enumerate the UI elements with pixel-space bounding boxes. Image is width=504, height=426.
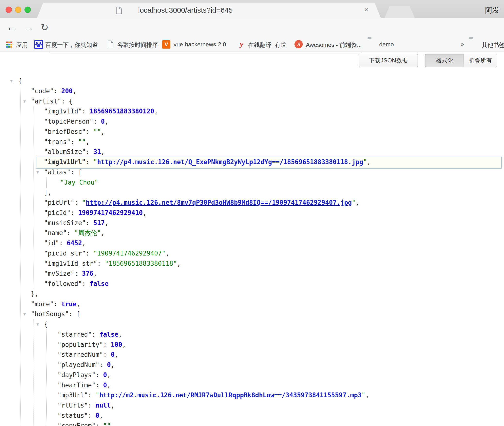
collapse-all-button[interactable]: 折叠所有 xyxy=(464,54,497,67)
json-token: "18569651883380118" xyxy=(105,260,177,267)
json-token: : xyxy=(82,108,90,115)
bookmark-google-sort[interactable]: 谷歌按时间排序 xyxy=(117,41,158,49)
new-tab-button[interactable] xyxy=(384,6,415,18)
window-close-button[interactable] xyxy=(6,7,12,13)
collapse-toggle-icon[interactable]: ▼ xyxy=(36,319,39,330)
download-json-button[interactable]: 下载JSON数据 xyxy=(359,54,418,67)
awesomes-icon[interactable]: A xyxy=(294,40,303,48)
json-line: ▼{ xyxy=(0,319,504,330)
json-token: "name" xyxy=(44,229,67,237)
json-token: 200 xyxy=(61,87,73,95)
json-line: "id": 6452, xyxy=(0,238,504,248)
window-minimize-button[interactable] xyxy=(15,7,21,13)
json-token: "id" xyxy=(44,239,59,247)
collapse-toggle-icon[interactable]: ▼ xyxy=(36,167,39,178)
json-token: "musicSize" xyxy=(44,219,86,227)
json-url-link[interactable]: http://m2.music.126.net/RMJR7wDullRqppBk… xyxy=(99,392,361,399)
json-token: 100 xyxy=(111,341,122,348)
json-token: [ xyxy=(76,310,80,318)
json-token: , xyxy=(122,341,126,348)
json-token: [ xyxy=(78,169,82,176)
tab-close-icon[interactable]: × xyxy=(364,5,369,14)
json-token: "" xyxy=(93,128,101,135)
json-token: : xyxy=(86,250,93,257)
youdao-icon[interactable]: y xyxy=(240,40,243,49)
json-line: "name": "周杰伦", xyxy=(0,228,504,238)
reload-button[interactable]: ↻ xyxy=(41,18,49,38)
bookmark-document-icon[interactable] xyxy=(108,40,113,49)
json-token: , xyxy=(105,219,109,227)
bookmark-youdao-translate[interactable]: 在线翻译_有道 xyxy=(248,41,286,49)
json-token: : xyxy=(61,98,69,105)
json-line: "mvSize": 376, xyxy=(0,269,504,279)
json-token: "followed" xyxy=(44,280,82,287)
json-line: "dayPlays": 0, xyxy=(0,370,504,380)
json-token: , xyxy=(107,382,111,389)
json-line: "picUrl": "http://p4.music.126.net/8mv7q… xyxy=(0,198,504,208)
json-token: "picId_str" xyxy=(44,250,86,257)
json-token: "albumSize" xyxy=(44,148,86,155)
json-token: : xyxy=(71,209,78,216)
json-line: "topicPerson": 0, xyxy=(0,117,504,127)
json-token: , xyxy=(356,199,360,206)
json-line-highlighted: "img1v1Url": "http://p4.music.126.net/Q_… xyxy=(0,157,504,167)
collapse-toggle-icon[interactable]: ▼ xyxy=(23,96,26,107)
apps-grid-icon[interactable] xyxy=(6,42,12,48)
json-token: : xyxy=(67,229,74,237)
json-token: : xyxy=(93,118,101,125)
json-token: : xyxy=(71,138,78,145)
json-token: "img1v1Id_str" xyxy=(44,260,97,267)
json-token: "more" xyxy=(31,300,54,308)
json-line: "trans": "", xyxy=(0,137,504,147)
json-token: : xyxy=(86,158,93,166)
json-token: 19097417462929410 xyxy=(78,209,143,216)
json-token: "picUrl" xyxy=(44,199,74,206)
json-line: "picId": 19097417462929410, xyxy=(0,208,504,218)
window-zoom-button[interactable] xyxy=(25,7,31,13)
json-url-link[interactable]: http://p4.music.126.net/8mv7qP30Pd3oHW8b… xyxy=(86,199,352,206)
json-token: 0 xyxy=(103,382,107,389)
bookmark-folder-demo[interactable]: demo xyxy=(379,41,394,48)
bookmark-baidu[interactable]: 百度一下，你就知道 xyxy=(45,41,98,49)
json-token: 18569651883380120 xyxy=(90,108,154,115)
json-line: "starredNum": 0, xyxy=(0,350,504,360)
json-token: , xyxy=(118,331,122,338)
json-token: }, xyxy=(31,290,38,298)
format-button[interactable]: 格式化 xyxy=(425,54,464,67)
tab-title: localhost:3000/artists?id=645 xyxy=(138,6,233,14)
json-token: : xyxy=(59,239,67,247)
json-token: , xyxy=(367,158,371,166)
json-line: ▼{ xyxy=(0,76,504,86)
other-bookmarks[interactable]: 其他书签 xyxy=(482,41,504,49)
json-token: { xyxy=(18,77,22,85)
collapse-toggle-icon[interactable]: ▼ xyxy=(10,76,13,86)
json-token: , xyxy=(82,239,86,247)
vue-hackernews-icon[interactable]: V xyxy=(162,40,170,49)
profile-name[interactable]: 阿发 xyxy=(485,5,500,15)
json-line: }, xyxy=(0,289,504,299)
bookmark-apps[interactable]: 应用 xyxy=(16,41,28,49)
json-token: , xyxy=(107,371,111,379)
collapse-toggle-icon[interactable]: ▼ xyxy=(23,309,26,319)
json-token: , xyxy=(365,392,369,399)
json-token: , xyxy=(111,402,115,409)
back-button[interactable]: ← xyxy=(6,18,17,38)
json-token: 0 xyxy=(103,371,107,379)
bookmarks-overflow-chevron[interactable]: » xyxy=(461,41,464,48)
bookmark-vue-hackernews[interactable]: vue-hackernews-2.0 xyxy=(174,41,226,48)
json-token: : xyxy=(96,371,103,379)
browser-toolbar: ← → ↻ ⓘ localhost:3000/artists?id=6452 ☆… xyxy=(0,18,504,38)
browser-tab[interactable]: localhost:3000/artists?id=645 × xyxy=(37,3,381,18)
json-line: ], xyxy=(0,187,504,198)
json-line: "hearTime": 0, xyxy=(0,380,504,391)
json-line: ▼"hotSongs": [ xyxy=(0,309,504,319)
json-url-link[interactable]: http://p4.music.126.net/Q_ExePNkmgB2yWyL… xyxy=(97,158,363,166)
json-token: , xyxy=(111,422,115,426)
json-token: 0 xyxy=(107,361,111,368)
baidu-paw-icon[interactable] xyxy=(34,40,43,49)
json-token: "playedNum" xyxy=(58,361,99,368)
json-token: : xyxy=(88,402,95,409)
json-line: "briefDesc": "", xyxy=(0,127,504,137)
bookmark-awesomes[interactable]: Awesomes - 前端资... xyxy=(306,41,362,49)
json-line: "Jay Chou" xyxy=(0,178,504,188)
